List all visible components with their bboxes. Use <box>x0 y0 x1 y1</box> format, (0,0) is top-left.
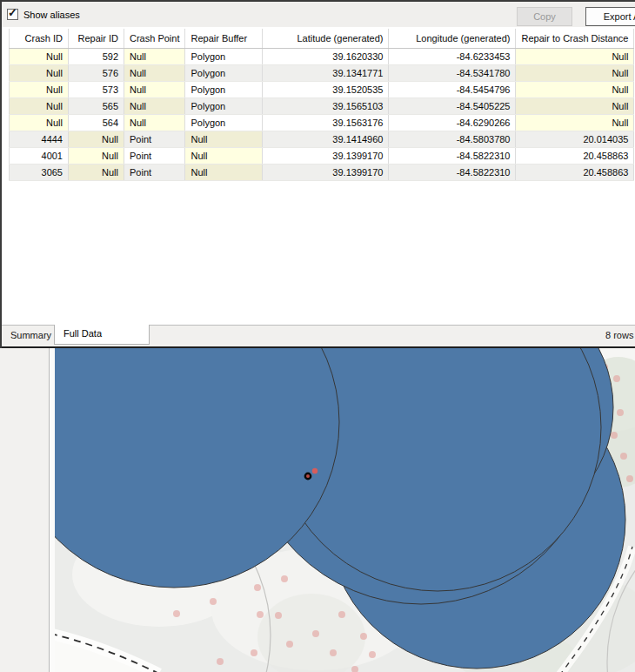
cell[interactable]: 3065 <box>10 165 69 181</box>
cell[interactable]: 39.1563176 <box>263 115 389 131</box>
table-row[interactable]: Null 573 Null Polygon 39.1520535 -84.545… <box>10 82 634 98</box>
table-row[interactable]: Null 576 Null Polygon 39.1341771 -84.534… <box>10 65 634 82</box>
cell[interactable]: -84.6290266 <box>389 115 516 131</box>
map-canvas[interactable] <box>55 348 635 672</box>
cell[interactable]: Null <box>516 115 634 131</box>
cell[interactable]: -84.5822310 <box>389 148 516 165</box>
cell[interactable]: 592 <box>69 49 124 65</box>
cell[interactable]: Null <box>10 82 69 98</box>
cell[interactable]: Null <box>124 49 185 65</box>
column-header-distance[interactable]: Repair to Crash Distance <box>516 29 634 49</box>
cell[interactable]: 39.1620330 <box>263 49 389 65</box>
cell[interactable]: 4444 <box>10 131 69 148</box>
cell[interactable]: 39.1341771 <box>263 65 389 82</box>
poi-dot <box>369 651 376 658</box>
poi-dot <box>338 611 345 618</box>
cell[interactable]: 576 <box>69 65 124 82</box>
tab-full-data[interactable]: Full Data <box>54 325 150 345</box>
tab-summary[interactable]: Summary <box>10 330 51 340</box>
poi-dot <box>286 641 293 648</box>
cell[interactable]: Point <box>124 148 185 165</box>
cell[interactable]: Null <box>10 98 69 115</box>
view-data-toolbar: Show aliases Copy Export All <box>2 2 635 27</box>
repair-point-mark[interactable] <box>312 468 318 474</box>
cell[interactable]: 20.458863 <box>516 148 634 165</box>
cell[interactable]: Null <box>516 49 634 65</box>
show-aliases-label: Show aliases <box>23 10 80 20</box>
cell[interactable]: 20.014035 <box>516 131 634 148</box>
cell[interactable]: Polygon <box>185 49 263 65</box>
cell[interactable]: Null <box>516 65 634 82</box>
table-row[interactable]: 4001 Null Point Null 39.1399170 -84.5822… <box>10 148 634 165</box>
data-grid: Crash ID Repair ID Crash Point Repair Bu… <box>9 29 634 181</box>
cell[interactable]: Null <box>69 148 124 165</box>
cell[interactable]: 39.1399170 <box>263 148 389 165</box>
cell[interactable]: Null <box>124 115 185 131</box>
table-row[interactable]: Null 565 Null Polygon 39.1565103 -84.540… <box>10 98 634 115</box>
table-body: Null 592 Null Polygon 39.1620330 -84.623… <box>10 49 634 181</box>
view-data-window: Show aliases Copy Export All Crash ID Re… <box>0 0 635 348</box>
cell[interactable]: Polygon <box>185 82 263 98</box>
cell[interactable]: Null <box>185 131 263 148</box>
cell[interactable]: Null <box>185 148 263 165</box>
poi-dot <box>312 630 319 637</box>
cell[interactable]: 564 <box>69 115 124 131</box>
poi-dot <box>251 649 257 656</box>
poi-dot <box>626 475 633 482</box>
cell[interactable]: 20.458863 <box>516 165 634 181</box>
view-data-tabbar: Summary Full Data 8 rows <box>2 325 635 348</box>
poi-dot <box>360 633 367 640</box>
table-row[interactable]: 3065 Null Point Null 39.1399170 -84.5822… <box>10 165 634 181</box>
cell[interactable]: Null <box>69 131 124 148</box>
cell[interactable]: 39.1399170 <box>263 165 389 181</box>
export-all-button[interactable]: Export All <box>585 7 635 26</box>
cell[interactable]: -84.5341780 <box>389 65 516 82</box>
poi-dot <box>257 611 264 618</box>
column-header-latitude[interactable]: Latitude (generated) <box>263 29 389 49</box>
map-view[interactable] <box>55 348 635 672</box>
poi-dot <box>210 598 217 605</box>
cell[interactable]: Null <box>10 115 69 131</box>
cell[interactable]: -84.5454796 <box>389 82 516 98</box>
cell[interactable]: 39.1565103 <box>263 98 389 115</box>
worksheet-area <box>0 348 635 672</box>
column-header-repair-id[interactable]: Repair ID <box>69 29 124 49</box>
cell[interactable]: Null <box>185 165 263 181</box>
poi-dot <box>617 409 624 416</box>
column-header-crash-point[interactable]: Crash Point <box>124 29 185 49</box>
cell[interactable]: Point <box>124 165 185 181</box>
cell[interactable]: Null <box>124 65 185 82</box>
poi-dot <box>275 612 282 619</box>
table-row[interactable]: 4444 Null Point Null 39.1414960 -84.5803… <box>10 131 634 148</box>
cell[interactable]: 4001 <box>10 148 69 165</box>
cell[interactable]: 39.1414960 <box>263 131 389 148</box>
column-header-repair-buffer[interactable]: Repair Buffer <box>185 29 263 49</box>
poi-dot <box>620 453 627 460</box>
cell[interactable]: Null <box>516 98 634 115</box>
crash-point-mark[interactable] <box>305 474 311 479</box>
cell[interactable]: -84.5803780 <box>389 131 516 148</box>
cell[interactable]: 565 <box>69 98 124 115</box>
cell[interactable]: Null <box>516 82 634 98</box>
cell[interactable]: Polygon <box>185 115 263 131</box>
cell[interactable]: Null <box>69 165 124 181</box>
cell[interactable]: Null <box>124 98 185 115</box>
cell[interactable]: Polygon <box>185 98 263 115</box>
column-header-crash-id[interactable]: Crash ID <box>10 29 69 49</box>
table-row[interactable]: Null 592 Null Polygon 39.1620330 -84.623… <box>10 49 634 65</box>
cell[interactable]: 573 <box>69 82 124 98</box>
cell[interactable]: -84.6233453 <box>389 49 516 65</box>
row-count-label: 8 rows <box>605 330 633 340</box>
cell[interactable]: Null <box>10 65 69 82</box>
poi-dot <box>281 575 288 582</box>
cell[interactable]: Polygon <box>185 65 263 82</box>
cell[interactable]: Point <box>124 131 185 148</box>
cell[interactable]: -84.5822310 <box>389 165 516 181</box>
cell[interactable]: -84.5405225 <box>389 98 516 115</box>
column-header-longitude[interactable]: Longitude (generated) <box>389 29 516 49</box>
table-row[interactable]: Null 564 Null Polygon 39.1563176 -84.629… <box>10 115 634 131</box>
cell[interactable]: 39.1520535 <box>263 82 389 98</box>
cell[interactable]: Null <box>124 82 185 98</box>
cell[interactable]: Null <box>10 49 69 65</box>
show-aliases-checkbox[interactable] <box>7 9 18 20</box>
